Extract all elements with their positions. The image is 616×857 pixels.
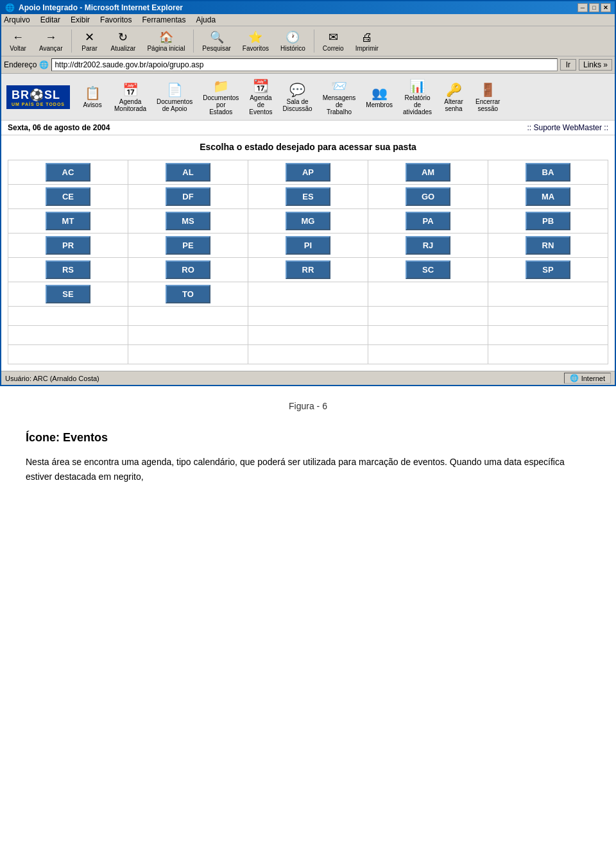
empty-cell — [248, 326, 368, 345]
state-al-button[interactable]: AL — [166, 163, 210, 182]
state-ce-button[interactable]: CE — [46, 187, 90, 206]
empty-cell — [488, 307, 608, 326]
history-label: Histórico — [280, 45, 305, 52]
mail-label: Correio — [323, 45, 344, 52]
menu-arquivo[interactable]: Arquivo — [4, 15, 30, 24]
empty-cell — [488, 326, 608, 345]
mail-button[interactable]: ✉ Correio — [318, 28, 348, 54]
state-cell: RS — [8, 258, 128, 282]
alterar-senha-icon: 🔑 — [446, 82, 462, 98]
state-rj-button[interactable]: RJ — [406, 236, 450, 255]
sala-discussao-label: Sala deDiscussão — [282, 98, 312, 112]
state-ma-button[interactable]: MA — [526, 187, 570, 206]
print-button[interactable]: 🖨 Imprimir — [351, 29, 383, 54]
relatorio-atividades-label: Relatóriodeatividades — [403, 94, 432, 115]
state-mt-button[interactable]: MT — [46, 212, 90, 230]
close-button[interactable]: ✕ — [601, 3, 611, 12]
state-ap-button[interactable]: AP — [286, 163, 330, 182]
state-se-button[interactable]: SE — [46, 285, 90, 303]
state-pa-button[interactable]: PA — [406, 212, 450, 230]
history-icon: 🕐 — [286, 30, 300, 44]
address-input[interactable] — [51, 58, 557, 71]
stop-button[interactable]: ✕ Parar — [76, 28, 104, 54]
documentos-apoio-label: Documentosde Apoio — [157, 98, 193, 112]
ie-toolbar: ← Voltar → Avançar ✕ Parar ↻ Atualizar 🏠… — [1, 26, 615, 56]
sala-discussao-button[interactable]: 💬 Sala deDiscussão — [278, 80, 316, 114]
state-ms-button[interactable]: MS — [166, 212, 210, 230]
state-pb-button[interactable]: PB — [526, 212, 570, 230]
state-cell: PE — [128, 233, 248, 258]
state-ba-button[interactable]: BA — [526, 163, 570, 182]
menu-favoritos[interactable]: Favoritos — [100, 15, 132, 24]
state-ro-button[interactable]: RO — [166, 260, 210, 279]
alterar-senha-button[interactable]: 🔑 Alterarsenha — [438, 80, 470, 114]
support-link[interactable]: :: Suporte WebMaster :: — [527, 123, 609, 132]
state-df-button[interactable]: DF — [166, 187, 210, 206]
go-button[interactable]: Ir — [560, 59, 576, 71]
documentos-apoio-icon: 📄 — [167, 82, 183, 98]
mensagens-trabalho-button[interactable]: 📨 MensagensdeTrabalho — [318, 76, 361, 117]
state-sp-button[interactable]: SP — [526, 260, 570, 279]
mensagens-trabalho-icon: 📨 — [331, 78, 347, 94]
state-pe-button[interactable]: PE — [166, 236, 210, 255]
toolbar-separator-3 — [314, 30, 314, 53]
encerrar-sessao-button[interactable]: 🚪 Encerrarsessão — [471, 80, 504, 114]
table-row: SE TO — [8, 282, 608, 307]
links-button[interactable]: Links » — [579, 59, 612, 71]
state-cell: SP — [488, 258, 608, 282]
documentos-estados-button[interactable]: 📁 DocumentosporEstados — [198, 76, 243, 117]
state-cell: SC — [368, 258, 488, 282]
favorites-button[interactable]: ⭐ Favoritos — [238, 28, 273, 54]
search-button[interactable]: 🔍 Pesquisar — [198, 28, 235, 54]
membros-button[interactable]: 👥 Membros — [361, 83, 397, 110]
table-row: MT MS MG PA PB — [8, 209, 608, 233]
avisos-button[interactable]: 📋 Avisos — [76, 83, 108, 110]
agenda-eventos-icon: 📆 — [253, 78, 269, 94]
state-am-button[interactable]: AM — [406, 163, 450, 182]
state-rs-button[interactable]: RS — [46, 260, 90, 279]
agenda-monitorada-button[interactable]: 📅 AgendaMonitorada — [110, 80, 151, 114]
state-rr-button[interactable]: RR — [286, 260, 330, 279]
refresh-label: Atualizar — [111, 45, 136, 52]
refresh-button[interactable]: ↻ Atualizar — [107, 28, 141, 54]
restore-button[interactable]: □ — [589, 3, 599, 12]
menu-exibir[interactable]: Exibir — [71, 15, 90, 24]
state-to-button[interactable]: TO — [166, 285, 210, 303]
status-bar: Usuário: ARC (Arnaldo Costa) 🌐 Internet — [1, 371, 615, 385]
minimize-button[interactable]: ─ — [578, 3, 588, 12]
state-cell: DF — [128, 185, 248, 209]
forward-icon: → — [45, 31, 56, 44]
state-mg-button[interactable]: MG — [286, 212, 330, 230]
state-pr-button[interactable]: PR — [46, 236, 90, 255]
print-icon: 🖨 — [361, 31, 373, 44]
state-ac-button[interactable]: AC — [46, 163, 90, 182]
menu-editar[interactable]: Editar — [40, 15, 60, 24]
empty-cell — [8, 307, 128, 326]
empty-cell — [8, 345, 128, 364]
address-bar: Endereço 🌐 Ir Links » — [1, 56, 615, 74]
state-pi-button[interactable]: PI — [286, 236, 330, 255]
back-button[interactable]: ← Voltar — [4, 29, 32, 54]
history-button[interactable]: 🕐 Histórico — [276, 28, 310, 54]
titlebar: 🌐 Apoio Integrado - Microsoft Internet E… — [1, 1, 615, 14]
empty-cell — [128, 326, 248, 345]
state-cell: AM — [368, 160, 488, 185]
state-cell: RR — [248, 258, 368, 282]
membros-icon: 👥 — [372, 85, 388, 101]
state-rn-button[interactable]: RN — [526, 236, 570, 255]
figura-label: Figura - 6 — [26, 399, 590, 413]
state-cell: MS — [128, 209, 248, 233]
documentos-apoio-button[interactable]: 📄 Documentosde Apoio — [152, 80, 197, 114]
stop-label: Parar — [81, 45, 97, 52]
state-cell: CE — [8, 185, 128, 209]
forward-button[interactable]: → Avançar — [35, 29, 67, 54]
home-button[interactable]: 🏠 Página inicial — [142, 28, 189, 54]
state-sc-button[interactable]: SC — [406, 260, 450, 279]
table-row — [8, 307, 608, 326]
state-go-button[interactable]: GO — [406, 187, 450, 206]
menu-ajuda[interactable]: Ajuda — [196, 15, 216, 24]
relatorio-atividades-button[interactable]: 📊 Relatóriodeatividades — [398, 76, 436, 117]
agenda-eventos-button[interactable]: 📆 AgendadeEventos — [244, 76, 277, 117]
menu-ferramentas[interactable]: Ferramentas — [142, 15, 185, 24]
state-es-button[interactable]: ES — [286, 187, 330, 206]
